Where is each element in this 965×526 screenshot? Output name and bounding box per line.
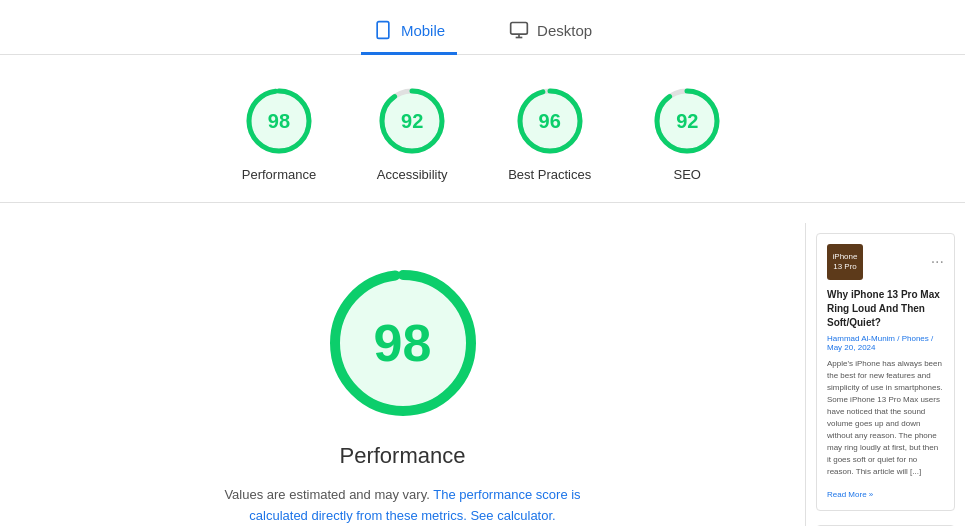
score-item-seo: 92 SEO: [651, 85, 723, 182]
score-label-performance: Performance: [242, 167, 316, 182]
score-value-seo: 92: [676, 110, 698, 133]
blog-card-0-excerpt: Apple's iPhone has always been the best …: [827, 358, 944, 478]
tab-desktop[interactable]: Desktop: [497, 12, 604, 55]
blog-card-0-readmore[interactable]: Read More »: [827, 490, 873, 499]
blog-card-0: iPhone13 Pro ··· Why iPhone 13 Pro Max R…: [816, 233, 955, 511]
score-value-accessibility: 92: [401, 110, 423, 133]
note-prefix: Values are estimated and may vary.: [224, 487, 429, 502]
circle-accessibility: 92: [376, 85, 448, 157]
note-calc[interactable]: See calculator.: [470, 508, 555, 523]
score-item-accessibility: 92 Accessibility: [376, 85, 448, 182]
desktop-icon: [509, 20, 529, 40]
blog-card-0-dots[interactable]: ···: [931, 253, 944, 271]
score-label-best-practices: Best Practices: [508, 167, 591, 182]
right-panel: iPhone13 Pro ··· Why iPhone 13 Pro Max R…: [805, 223, 965, 526]
score-value-performance: 98: [268, 110, 290, 133]
score-label-accessibility: Accessibility: [377, 167, 448, 182]
svg-rect-2: [511, 23, 528, 35]
blog-card-0-header: iPhone13 Pro ···: [827, 244, 944, 280]
blog-card-0-thumb: iPhone13 Pro: [827, 244, 863, 280]
tab-mobile-label: Mobile: [401, 22, 445, 39]
circle-performance: 98: [243, 85, 315, 157]
blog-card-0-meta: Hammad Al-Munim / Phones / May 20, 2024: [827, 334, 944, 352]
big-score-value: 98: [374, 313, 432, 373]
score-label-seo: SEO: [674, 167, 701, 182]
tab-mobile[interactable]: Mobile: [361, 12, 457, 55]
score-item-performance: 98 Performance: [242, 85, 316, 182]
left-panel: 98 Performance Values are estimated and …: [0, 223, 805, 526]
tab-desktop-label: Desktop: [537, 22, 592, 39]
estimated-note: Values are estimated and may vary. The p…: [213, 485, 593, 526]
score-value-best-practices: 96: [539, 110, 561, 133]
circle-best-practices: 96: [514, 85, 586, 157]
blog-card-0-title: Why iPhone 13 Pro Max Ring Loud And Then…: [827, 288, 944, 330]
big-score-label: Performance: [340, 443, 466, 469]
scores-row: 98 Performance 92 Accessibility 96 Best …: [0, 55, 965, 203]
score-item-best-practices: 96 Best Practices: [508, 85, 591, 182]
circle-seo: 92: [651, 85, 723, 157]
svg-rect-0: [377, 22, 389, 39]
main-content: 98 Performance Values are estimated and …: [0, 203, 965, 526]
mobile-icon: [373, 20, 393, 40]
big-circle: 98: [323, 263, 483, 423]
tabs-bar: Mobile Desktop: [0, 0, 965, 55]
